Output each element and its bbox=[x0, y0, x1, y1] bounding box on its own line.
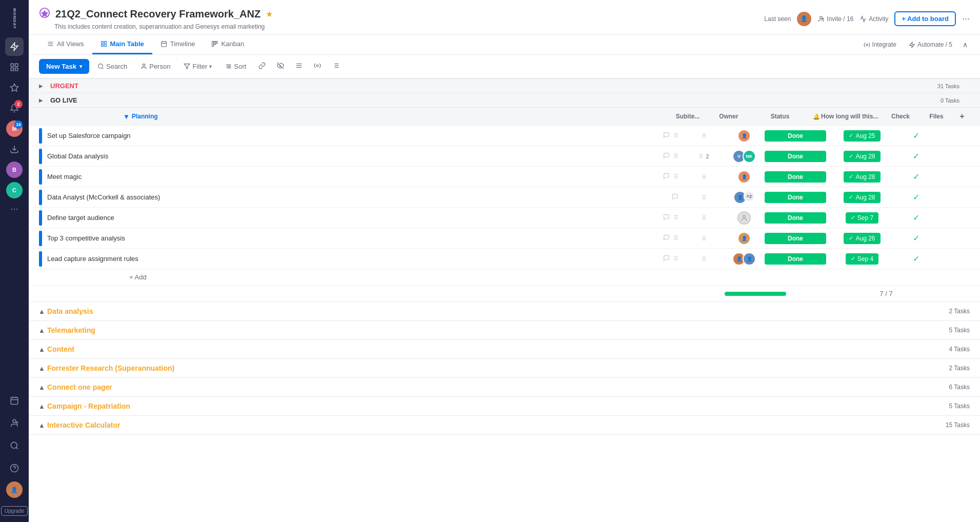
header-more-button[interactable]: ··· bbox=[962, 13, 970, 24]
comment-icon[interactable] bbox=[663, 173, 670, 181]
table-row[interactable]: Top 3 competitive analysis 👤 bbox=[29, 228, 980, 249]
howlong-cell[interactable]: ✓ Aug 25 bbox=[826, 130, 898, 142]
group-interactive-calculator[interactable]: ▶ Interactive Calculator 15 Tasks bbox=[29, 416, 980, 435]
comment-icon[interactable] bbox=[663, 255, 670, 263]
integrate-button[interactable]: Integrate bbox=[859, 39, 901, 50]
status-cell[interactable]: Done bbox=[765, 130, 826, 142]
subitem-icon[interactable] bbox=[672, 173, 678, 181]
table-row[interactable]: Data Analyst (McCorkell & associates) 👤 … bbox=[29, 187, 980, 208]
filter-button[interactable]: Filter ▾ bbox=[178, 59, 217, 73]
help-sidebar-icon[interactable] bbox=[5, 459, 24, 477]
group-telemarketing[interactable]: ▶ Telemarketing 5 Tasks bbox=[29, 321, 980, 340]
group-campaign-repatriation[interactable]: ▶ Campaign - Repatriation 5 Tasks bbox=[29, 397, 980, 416]
svg-point-11 bbox=[13, 419, 16, 423]
col-header-add[interactable]: + bbox=[954, 108, 970, 125]
table-row[interactable]: Global Data analysis 2 bbox=[29, 146, 980, 167]
check-cell[interactable]: ✓ bbox=[898, 254, 934, 264]
group-connect-one-pager[interactable]: ▶ Connect one pager 6 Tasks bbox=[29, 378, 980, 397]
comment-icon[interactable] bbox=[672, 193, 678, 202]
bell-sidebar-icon[interactable]: 2 bbox=[5, 99, 24, 117]
forrester-count: 2 Tasks bbox=[949, 365, 970, 372]
grid-settings-button[interactable] bbox=[328, 59, 344, 74]
user-m-icon[interactable]: M 16 bbox=[5, 119, 24, 138]
check-cell[interactable]: ✓ bbox=[898, 172, 934, 182]
tab-all-views[interactable]: All Views bbox=[39, 35, 92, 54]
table-row[interactable]: Set up Salesforce campaign 👤 bbox=[29, 126, 980, 146]
row-indicator bbox=[39, 231, 42, 246]
table-row[interactable]: Meet magic 👤 bbox=[29, 167, 980, 187]
data-analysis-count: 2 Tasks bbox=[949, 308, 970, 315]
invite-button[interactable]: Invite / 16 bbox=[817, 15, 853, 23]
person-add-sidebar-icon[interactable] bbox=[5, 414, 24, 432]
comment-icon[interactable] bbox=[663, 132, 670, 140]
subitem-icon[interactable] bbox=[672, 255, 678, 263]
subitem-icon[interactable] bbox=[672, 132, 678, 140]
check-cell[interactable]: ✓ bbox=[898, 131, 934, 140]
howlong-cell[interactable]: ✓ Aug 26 bbox=[826, 233, 898, 244]
campaign-repatriation-arrow: ▶ bbox=[38, 404, 44, 408]
group-golive-header[interactable]: ▶ GO LIVE 0 Tasks bbox=[29, 93, 980, 107]
urgent-task-count: 31 Tasks bbox=[937, 83, 970, 89]
activity-button[interactable]: Activity bbox=[859, 15, 888, 23]
upgrade-button[interactable]: Upgrade bbox=[1, 506, 28, 516]
group-forrester[interactable]: ▶ Forrester Research (Superannuation) 2 … bbox=[29, 359, 980, 378]
status-cell[interactable]: Done bbox=[765, 151, 826, 162]
settings-icon-button[interactable] bbox=[310, 59, 325, 74]
subitem-icon[interactable] bbox=[672, 152, 678, 160]
row-height-button[interactable] bbox=[291, 59, 307, 74]
tab-kanban[interactable]: Kanban bbox=[203, 35, 252, 54]
howlong-cell[interactable]: ✓ Aug 28 bbox=[826, 192, 898, 203]
table-row[interactable]: Lead capture assignment rules bbox=[29, 249, 980, 269]
add-to-board-button[interactable]: + Add to board bbox=[894, 11, 956, 26]
comment-icon[interactable] bbox=[663, 214, 670, 222]
bolt-icon[interactable] bbox=[5, 37, 24, 56]
howlong-cell[interactable]: ✓ Aug 28 bbox=[826, 151, 898, 162]
check-cell[interactable]: ✓ bbox=[898, 151, 934, 161]
status-cell[interactable]: Done bbox=[765, 233, 826, 244]
download-sidebar-icon[interactable] bbox=[5, 140, 24, 158]
search-button[interactable]: Search bbox=[92, 59, 132, 73]
user-avatar[interactable]: 👤 bbox=[6, 481, 23, 498]
group-content[interactable]: ▶ Content 4 Tasks bbox=[29, 340, 980, 359]
howlong-cell[interactable]: ✓ Sep 7 bbox=[826, 212, 898, 224]
svg-point-37 bbox=[866, 44, 867, 45]
status-badge: Done bbox=[765, 192, 826, 203]
hide-icon-button[interactable] bbox=[273, 59, 288, 74]
table-row[interactable]: Define target audience bbox=[29, 208, 980, 228]
howlong-cell[interactable]: ✓ Sep 4 bbox=[826, 253, 898, 265]
link-icon-button[interactable] bbox=[254, 59, 270, 74]
status-cell[interactable]: Done bbox=[765, 192, 826, 203]
star-sidebar-icon[interactable] bbox=[5, 78, 24, 97]
subitem-icon[interactable] bbox=[672, 234, 678, 243]
status-cell[interactable]: Done bbox=[765, 212, 826, 224]
subitem-icon[interactable] bbox=[672, 214, 678, 222]
collapse-tabs-button[interactable]: ∧ bbox=[961, 38, 970, 51]
favorite-icon[interactable]: ★ bbox=[266, 9, 273, 19]
check-cell[interactable]: ✓ bbox=[898, 233, 934, 243]
check-cell[interactable]: ✓ bbox=[898, 213, 934, 223]
sidebar-more-icon[interactable]: ··· bbox=[10, 204, 18, 214]
status-cell[interactable]: Done bbox=[765, 253, 826, 265]
automate-button[interactable]: Automate / 5 bbox=[905, 39, 956, 50]
user-b-icon[interactable]: B bbox=[5, 160, 24, 179]
group-data-analysis[interactable]: ▶ Data analysis 2 Tasks bbox=[29, 302, 980, 321]
tab-timeline[interactable]: Timeline bbox=[152, 35, 204, 54]
task-name-cell: Global Data analysis bbox=[47, 150, 683, 163]
tab-main-table[interactable]: Main Table bbox=[92, 35, 152, 54]
status-cell[interactable]: Done bbox=[765, 171, 826, 183]
add-task-row[interactable]: + Add bbox=[29, 269, 980, 286]
planning-group-toggle[interactable]: ▼ Planning bbox=[121, 109, 160, 125]
new-task-button[interactable]: New Task ▾ bbox=[39, 59, 89, 74]
search-sidebar-icon[interactable] bbox=[5, 436, 24, 455]
comment-icon[interactable] bbox=[663, 234, 670, 243]
group-urgent-header[interactable]: ▶ URGENT 31 Tasks bbox=[29, 78, 980, 93]
person-button[interactable]: Person bbox=[135, 59, 175, 73]
calendar-sidebar-icon[interactable] bbox=[5, 391, 24, 410]
user-c-icon[interactable]: C bbox=[5, 181, 24, 199]
howlong-cell[interactable]: ✓ Aug 28 bbox=[826, 171, 898, 183]
grid-icon[interactable] bbox=[5, 58, 24, 76]
sort-button[interactable]: Sort bbox=[220, 59, 251, 73]
main-content: 21Q2_Connect Recovery Framework_ANZ ★ Th… bbox=[29, 0, 980, 522]
comment-icon[interactable] bbox=[663, 152, 670, 160]
check-cell[interactable]: ✓ bbox=[898, 192, 934, 202]
